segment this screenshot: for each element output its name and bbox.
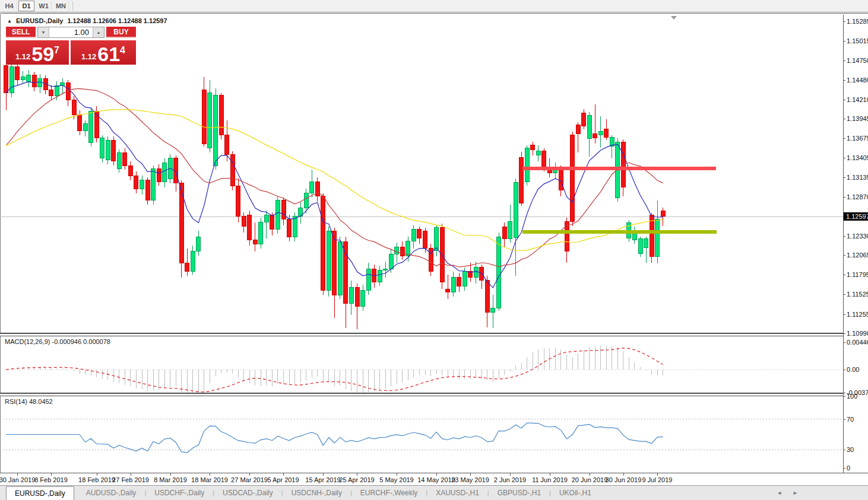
timeframe-button-h4[interactable]: H4 (1, 1, 17, 11)
rsi-axis-label: 100 (847, 393, 857, 400)
one-click-trading-panel: SELL ▼ 1.00 ▲ BUY 1.12 59 7 1.12 61 4 (6, 27, 136, 65)
date-axis-tick (590, 473, 590, 476)
volume-decrease-icon[interactable]: ▼ (38, 27, 49, 37)
date-axis-tick (623, 473, 624, 476)
price-axis-tick (844, 255, 845, 256)
toolbar-divider (72, 1, 73, 11)
scroll-to-end-marker-icon[interactable] (671, 16, 677, 20)
rsi-axis-tick (844, 396, 845, 397)
rsi-axis-tick (844, 450, 845, 450)
date-axis-label: 25 Apr 2019 (339, 476, 374, 483)
price-axis-tick (844, 41, 845, 42)
date-axis-tick (470, 473, 471, 476)
date-axis-tick (550, 473, 550, 476)
macd-plot[interactable] (0, 336, 843, 393)
buy-price-big: 61 (97, 45, 120, 63)
date-axis-label: 30 Jan 2019 (0, 476, 35, 483)
date-axis-tick (397, 473, 397, 476)
panel-splitter-macd[interactable] (0, 333, 868, 336)
price-axis[interactable]: 1.152851.150151.147501.144801.142101.139… (843, 15, 868, 473)
macd-axis-tick (844, 393, 845, 393)
rsi-axis-tick (844, 468, 845, 469)
rsi-axis-label: 70 (847, 416, 854, 423)
panel-splitter-rsi[interactable] (0, 393, 868, 396)
macd-axis-tick (844, 342, 845, 343)
date-axis-tick (357, 473, 357, 476)
price-axis-label: 1.13675 (847, 135, 868, 142)
price-axis-label: 1.13405 (847, 154, 868, 161)
macd-axis-label: 0.004465 (847, 339, 868, 346)
sell-price-box[interactable]: 1.12 59 7 (6, 40, 69, 65)
chart-tab-usdcnh-daily[interactable]: USDCNH-,Daily (283, 486, 350, 500)
buy-price-box[interactable]: 1.12 61 4 (71, 40, 136, 65)
date-axis-label: 27 Feb 2019 (112, 476, 149, 483)
price-axis-label: 1.14210 (847, 96, 868, 103)
volume-increase-icon[interactable]: ▲ (93, 27, 104, 37)
date-axis-label: 23 May 2019 (451, 476, 489, 483)
chart-tab-audusd-daily[interactable]: AUDUSD-,Daily (78, 486, 145, 500)
date-axis-label: 9 Jul 2019 (642, 476, 673, 483)
date-axis-tick (51, 473, 52, 476)
date-axis-label: 5 Apr 2019 (267, 476, 299, 483)
timeframe-toolbar: H4 D1 W1 MN (0, 0, 868, 12)
chart-tab-usdchf-daily[interactable]: USDCHF-,Daily (146, 486, 213, 500)
sell-price-prefix: 1.12 (15, 52, 30, 61)
date-axis-label: 18 Mar 2019 (191, 476, 228, 483)
buy-button[interactable]: BUY (106, 27, 136, 38)
volume-input[interactable]: 1.00 (49, 27, 93, 37)
price-axis-label: 1.15015 (847, 37, 868, 44)
date-axis-label: 5 May 2019 (379, 476, 413, 483)
chart-tab-usdcad-daily[interactable]: USDCAD-,Daily (214, 486, 281, 500)
mt4-window: H4 D1 W1 MN ▲ EURUSD-,Daily 1.12488 1.12… (0, 0, 868, 500)
current-price-badge: 1.12597 (844, 212, 868, 221)
sell-price-big: 59 (31, 45, 54, 63)
date-axis-label: 27 Mar 2019 (231, 476, 268, 483)
price-axis-tick (844, 80, 845, 81)
sell-price-sup: 7 (54, 45, 59, 56)
chart-tab-eurchf-weekly[interactable]: EURCHF-,Weekly (352, 486, 426, 500)
collapse-arrow-icon[interactable]: ▲ (7, 18, 12, 24)
date-axis-label: 14 May 2019 (417, 476, 455, 483)
date-axis-label: 15 Apr 2019 (305, 476, 340, 483)
date-axis-tick (323, 473, 324, 476)
price-axis-tick (844, 275, 845, 275)
macd-axis-tick (844, 370, 845, 370)
chart-tab-eurusd-daily[interactable]: EURUSD-,Daily (6, 486, 74, 500)
date-axis-tick (210, 473, 210, 476)
price-axis-tick (844, 314, 845, 315)
date-axis-tick (131, 473, 131, 476)
buy-price-sup: 4 (120, 45, 125, 56)
timeframe-button-d1[interactable]: D1 (18, 1, 34, 11)
tab-scroll-left-icon[interactable]: ◄ (777, 490, 782, 496)
sell-button[interactable]: SELL (6, 27, 36, 38)
buy-price-prefix: 1.12 (81, 52, 96, 61)
price-axis-tick (844, 333, 845, 334)
date-axis-tick (170, 473, 171, 476)
macd-indicator-label: MACD(12,26,9) -0.000946 0.000078 (5, 338, 110, 345)
chart-tab-bar: EURUSD-,DailyAUDUSD-,Daily|USDCHF-,Daily… (0, 485, 868, 500)
price-axis-tick (844, 197, 845, 198)
price-axis-tick (844, 158, 845, 158)
rsi-axis-label: 30 (847, 446, 854, 453)
chart-tab-xauusd-h1[interactable]: XAUUSD-,H1 (427, 486, 487, 500)
price-axis-label: 1.14480 (847, 77, 868, 84)
tab-scroll-right-icon[interactable]: ► (793, 490, 798, 496)
rsi-axis-label: 0 (847, 464, 850, 472)
chart-tab-gbpusd-h1[interactable]: GBPUSD-,H1 (489, 486, 549, 500)
rsi-plot[interactable] (0, 396, 843, 473)
price-axis-label: 1.15285 (847, 18, 868, 25)
chart-tab-ukoil-h1[interactable]: UKOil-,H1 (551, 486, 600, 500)
price-axis-label: 1.10990 (847, 330, 868, 337)
date-axis-label: 30 Jun 2019 (606, 476, 642, 483)
price-axis-tick (844, 138, 845, 139)
price-axis-tick (844, 294, 845, 295)
price-axis-label: 1.12330 (847, 233, 868, 240)
price-axis-label: 1.11795 (847, 271, 868, 278)
date-axis[interactable]: 30 Jan 20198 Feb 201918 Feb 201927 Feb 2… (0, 473, 868, 485)
price-axis-tick (844, 21, 845, 22)
timeframe-button-w1[interactable]: W1 (36, 1, 52, 11)
timeframe-button-mn[interactable]: MN (53, 1, 69, 11)
date-axis-label: 11 Jun 2019 (532, 476, 568, 483)
price-axis-tick (844, 100, 845, 100)
price-axis-tick (844, 119, 845, 119)
